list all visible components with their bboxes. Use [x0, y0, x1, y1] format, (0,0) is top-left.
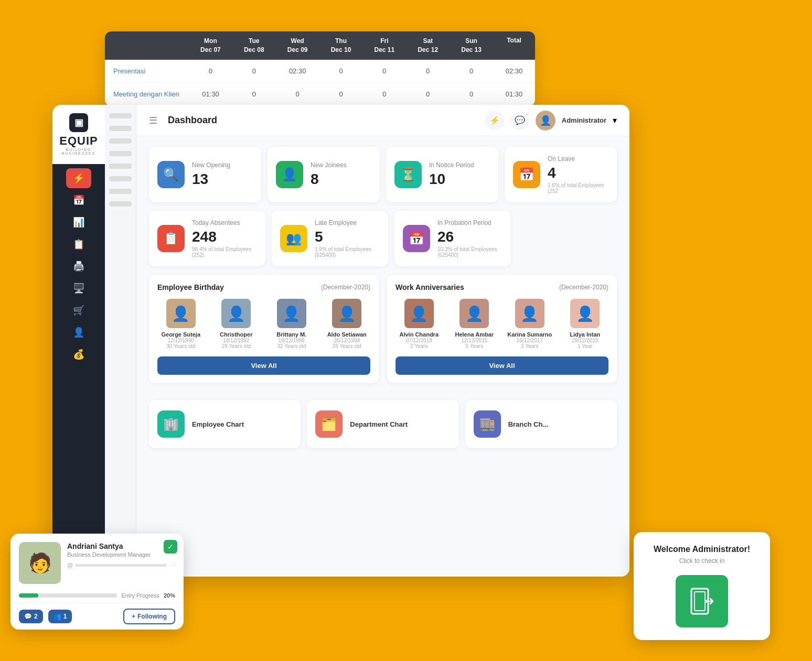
- chart-employee[interactable]: 🏢 Employee Chart: [149, 400, 301, 448]
- sidebar-item-print[interactable]: 🖨️: [66, 256, 91, 276]
- main-content: ☰ Dashboard ⚡ 💬 👤 Administrator ▾ 🔍 New …: [136, 105, 629, 577]
- person-karina-years: 3 Years: [506, 343, 553, 349]
- progress-bar-bg: [19, 593, 117, 598]
- stat-on-leave[interactable]: 📅 On Leave 4 1.6% of total Employees (25…: [505, 147, 617, 202]
- sub-nav-6: [109, 176, 132, 181]
- on-leave-icon: 📅: [513, 161, 540, 188]
- department-chart-label: Department Chart: [350, 420, 408, 428]
- stat-late-employee[interactable]: 👥 Late Employee 5 1.9% of total Employee…: [272, 211, 388, 266]
- chat-badge-count: 2: [34, 613, 38, 620]
- profile-info: Andriani Santya Business Development Man…: [67, 542, 175, 584]
- probation-sub: 10.3% of total Employees (625400): [437, 246, 503, 258]
- stat-absentees[interactable]: 📋 Today Absentees 248 98.4% of total Emp…: [149, 211, 265, 266]
- team-badge[interactable]: 👥 1: [48, 610, 72, 623]
- stat-probation-period[interactable]: 📅 In Probation Period 26 10.3% of total …: [394, 211, 511, 266]
- late-employee-info: Late Employee 5 1.9% of total Employees …: [315, 219, 380, 258]
- chart-branch[interactable]: 🏬 Branch Ch...: [465, 400, 617, 448]
- sidebar-item-lists[interactable]: 📋: [66, 234, 91, 254]
- person-christhoper-date: 18/12/1992: [213, 338, 260, 343]
- person-karina-name: Karina Sumarno: [506, 331, 553, 338]
- sidebar-item-reports[interactable]: 📊: [66, 212, 91, 232]
- row1-label[interactable]: Presentasi: [105, 60, 189, 82]
- progress-bar-fill: [19, 593, 38, 598]
- chat-icon[interactable]: 💬: [510, 111, 529, 130]
- person-brittany: 👤 Brittany M. 19/12/1988 32 Years old: [268, 299, 315, 349]
- person-george-age: 30 Years old: [157, 343, 205, 349]
- stat-in-notice-period[interactable]: ⏳ In Notice Period 10: [386, 147, 498, 202]
- team-badge-icon: 👥: [54, 613, 61, 620]
- chart-department[interactable]: 🗂️ Department Chart: [307, 400, 458, 448]
- username[interactable]: Administrator: [562, 116, 606, 124]
- late-employee-sub: 1.9% of total Employees (625400): [315, 246, 380, 258]
- probation-label: In Probation Period: [437, 219, 503, 226]
- profile-card-footer: 💬 2 👥 1 + Following: [10, 603, 184, 630]
- person-george-avatar: 👤: [166, 299, 196, 328]
- follow-plus-icon: +: [132, 613, 135, 620]
- chevron-down-icon[interactable]: ▾: [613, 115, 617, 125]
- row2-cell-1: 0: [232, 83, 276, 105]
- row1-cell-5: 0: [406, 60, 450, 82]
- bolt-icon[interactable]: ⚡: [485, 111, 504, 130]
- sub-nav-5: [109, 164, 132, 169]
- person-helena: 👤 Helena Ambar 12/12/2015 5 Years: [451, 299, 498, 349]
- day-thu: ThuDec 10: [319, 31, 363, 60]
- row1-cell-1: 0: [232, 60, 276, 82]
- page-title: Dashboard: [168, 115, 479, 126]
- new-opening-icon: 🔍: [157, 161, 185, 188]
- avatar[interactable]: 👤: [536, 111, 555, 131]
- person-karina: 👤 Karina Sumarno 16/12/2017 3 Years: [506, 299, 553, 349]
- birthday-header: Employee Birthday (December-2020): [157, 283, 370, 291]
- person-alvin: 👤 Alvin Chandra 07/12/2018 2 Years: [396, 299, 443, 349]
- absentees-icon: 📋: [157, 225, 185, 252]
- row2-cell-6: 0: [450, 83, 493, 105]
- employee-chart-icon: 🏢: [157, 410, 185, 438]
- sidebar-item-shop[interactable]: 🛒: [66, 300, 91, 320]
- day-wed: WedDec 09: [276, 31, 319, 60]
- check-in-button[interactable]: [676, 575, 728, 627]
- person-alvin-years: 2 Years: [396, 343, 443, 349]
- sidebar-item-calendar[interactable]: 📅: [66, 190, 91, 210]
- person-christhoper-avatar: 👤: [221, 299, 251, 328]
- probation-info: In Probation Period 26 10.3% of total Em…: [437, 219, 503, 258]
- sidebar-item-finance[interactable]: 💰: [66, 344, 91, 364]
- row2-cell-2: 0: [276, 83, 319, 105]
- profile-name: Andriani Santya: [67, 542, 175, 550]
- row2-label[interactable]: Meeting dengan Klien: [105, 83, 189, 105]
- person-lidya-avatar: 👤: [570, 299, 600, 328]
- menu-icon[interactable]: ☰: [149, 115, 157, 126]
- late-employee-icon: 👥: [280, 225, 307, 252]
- branch-chart-icon: 🏬: [474, 410, 501, 438]
- person-aldo-age: 26 Years old: [324, 343, 371, 349]
- anniversary-people: 👤 Alvin Chandra 07/12/2018 2 Years 👤 Hel…: [396, 299, 608, 349]
- stat-new-joinees[interactable]: 👤 New Joinees 8: [268, 147, 380, 202]
- person-helena-avatar: 👤: [460, 299, 489, 328]
- anniversary-view-all-button[interactable]: View All: [396, 356, 608, 375]
- late-employee-value: 5: [315, 229, 380, 245]
- door-icon: [687, 587, 717, 616]
- welcome-card: Welcome Administrator! Click to check in: [634, 532, 770, 640]
- following-button[interactable]: + Following: [123, 609, 175, 624]
- probation-value: 26: [437, 229, 503, 245]
- person-karina-date: 16/12/2017: [506, 338, 553, 343]
- department-chart-icon: 🗂️: [315, 410, 343, 438]
- stat-new-opening[interactable]: 🔍 New Opening 13: [149, 147, 261, 202]
- person-lidya: 👤 Lidya Intan 29/12/2019 1 Year: [562, 299, 609, 349]
- sidebar-item-monitor[interactable]: 🖥️: [66, 278, 91, 298]
- row1-cell-2: 02:30: [276, 60, 319, 82]
- profile-role: Business Development Manager: [67, 551, 175, 558]
- dash-body: 🔍 New Opening 13 👤 New Joinees 8 ⏳: [136, 136, 629, 577]
- timesheet-row-1: Presentasi 0 0 02:30 0 0 0 0 02:30: [105, 60, 535, 83]
- person-lidya-date: 29/12/2019: [562, 338, 609, 343]
- chat-badge-icon: 💬: [24, 613, 32, 620]
- new-joinees-label: New Joinees: [311, 161, 371, 169]
- birthday-view-all-button[interactable]: View All: [157, 356, 370, 375]
- sidebar-item-dashboard[interactable]: ⚡: [66, 168, 91, 188]
- profile-card-body: 🧑 Andriani Santya Business Development M…: [10, 534, 184, 592]
- logo-box: ▣: [69, 113, 88, 132]
- sidebar-item-user[interactable]: 👤: [66, 322, 91, 342]
- chat-badge[interactable]: 💬 2: [19, 610, 43, 623]
- new-joinees-icon: 👤: [276, 161, 303, 188]
- sub-nav-2: [109, 126, 132, 131]
- sidebar-nav: ⚡ 📅 📊 📋 🖨️ 🖥️ 🛒 👤 💰: [52, 164, 105, 364]
- sub-sidebar: [105, 105, 136, 577]
